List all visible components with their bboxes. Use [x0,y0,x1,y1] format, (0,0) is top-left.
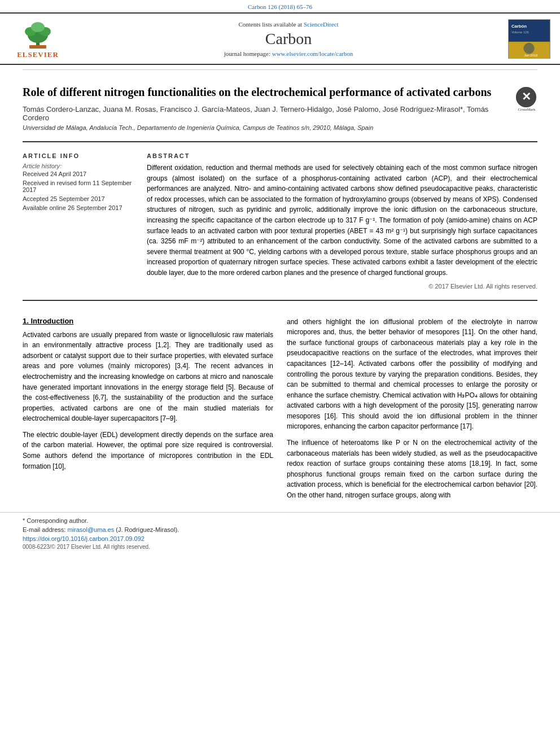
abstract-divider [23,300,537,301]
email-link[interactable]: mirasol@uma.es [67,526,114,533]
footer: * Corresponding author. E-mail address: … [0,512,560,553]
article-title-section: Role of different nitrogen functionaliti… [23,75,537,137]
homepage-link[interactable]: www.elsevier.com/locate/carbon [272,50,353,57]
elsevier-wordmark: ELSEVIER [17,50,59,59]
svg-text:Jan 2018: Jan 2018 [524,54,537,57]
elsevier-tree-icon [18,18,58,49]
svg-point-10 [523,42,534,53]
issn-line: 0008-6223/© 2017 Elsevier Ltd. All right… [23,544,537,550]
sciencedirect-link[interactable]: ScienceDirect [304,21,339,28]
title-divider [23,141,537,142]
body-content: 1. Introduction Activated carbons are us… [23,305,537,506]
main-content: Role of different nitrogen functionaliti… [0,69,560,506]
body-col-right: and others highlight the ion diffusional… [287,317,537,506]
intro-section-title: 1. Introduction [23,317,273,325]
article-info-table: Article history: Received 24 April 2017 … [23,163,135,211]
copyright-line: © 2017 Elsevier Ltd. All rights reserved… [147,283,537,290]
email-note: E-mail address: mirasol@uma.es (J. Rodrí… [23,526,537,533]
svg-point-4 [31,22,45,32]
intro-para-col2-2: The influence of heteroatoms like P or N… [287,438,537,501]
journal-homepage: journal homepage: www.elsevier.com/locat… [75,50,502,57]
elsevier-logo-area: ELSEVIER [7,18,69,59]
revised-date: Received in revised form 11 September 20… [23,180,135,193]
header-divider [23,69,537,70]
abstract-col: ABSTRACT Different oxidation, reduction … [147,152,537,290]
doi-link[interactable]: https://doi.org/10.1016/j.carbon.2017.09… [23,535,537,542]
carbon-cover-image: Carbón Volume 126 Jan 2018 [508,19,550,59]
article-info-label: ARTICLE INFO [23,152,135,159]
corresponding-note: * Corresponding author. [23,517,537,524]
article-info-abstract-section: ARTICLE INFO Article history: Received 2… [23,147,537,295]
abstract-text: Different oxidation, reduction and therm… [147,163,537,278]
journal-name: Carbon [75,30,502,48]
journal-header: ELSEVIER Contents lists available at Sci… [0,12,560,65]
abstract-label: ABSTRACT [147,152,537,159]
body-col-left: 1. Introduction Activated carbons are us… [23,317,273,506]
journal-title-area: Contents lists available at ScienceDirec… [75,21,502,57]
journal-citation: Carbon 126 (2018) 65–76 [0,0,560,12]
available-date: Available online 26 September 2017 [23,204,135,211]
crossmark-badge[interactable]: ✕ CrossMark [516,87,537,108]
svg-text:Volume 126: Volume 126 [511,30,529,34]
intro-para-2: The electric double-layer (EDL) developm… [23,430,273,471]
svg-text:✕: ✕ [522,90,531,103]
history-label: Article history: [23,163,135,169]
received-date: Received 24 April 2017 [23,171,135,177]
svg-rect-5 [29,45,46,49]
authors: Tomás Cordero-Lanzac, Juana M. Rosas, Fr… [23,105,510,122]
article-title-text: Role of different nitrogen functionaliti… [23,85,510,131]
body-two-col: 1. Introduction Activated carbons are us… [23,317,537,506]
article-title: Role of different nitrogen functionaliti… [23,85,510,99]
intro-para-1: Activated carbons are usually prepared f… [23,330,273,424]
accepted-date: Accepted 25 September 2017 [23,195,135,202]
svg-text:Carbón: Carbón [511,23,527,28]
affiliation: Universidad de Málaga, Andalucía Tech., … [23,124,510,131]
intro-para-col2-1: and others highlight the ion diffusional… [287,317,537,433]
article-info-col: ARTICLE INFO Article history: Received 2… [23,152,135,290]
crossmark-label: CrossMark [516,107,537,112]
contents-line: Contents lists available at ScienceDirec… [75,21,502,28]
journal-cover: Carbón Volume 126 Jan 2018 [508,19,553,59]
